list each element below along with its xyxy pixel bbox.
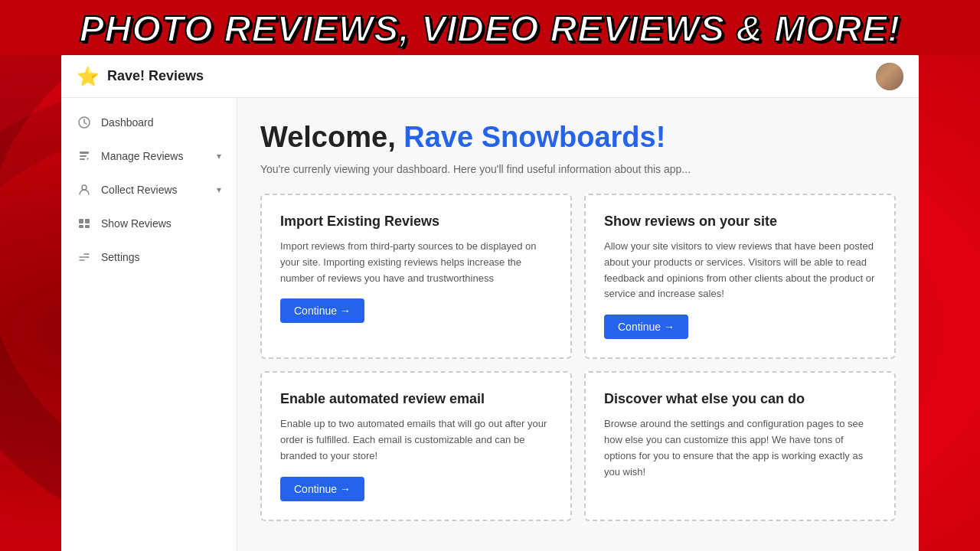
manage-reviews-icon (77, 148, 92, 164)
sidebar-show-reviews-label: Show Reviews (101, 217, 221, 230)
collect-reviews-icon (77, 182, 92, 197)
avatar-image (876, 63, 903, 90)
sidebar-item-manage-reviews[interactable]: Manage Reviews ▾ (61, 139, 237, 173)
card-show-on-site-description: Allow your site visitors to view reviews… (604, 239, 876, 302)
sidebar-item-settings[interactable]: Settings (61, 240, 237, 274)
svg-rect-3 (80, 158, 85, 160)
sidebar-manage-reviews-label: Manage Reviews (101, 150, 217, 162)
top-banner: PHOTO REVIEWS, VIDEO REVIEWS & MORE! (0, 0, 980, 55)
card-discover-more: Discover what else you can do Browse aro… (584, 371, 896, 520)
star-icon: ⭐ (77, 66, 100, 87)
card-show-on-site: Show reviews on your site Allow your sit… (584, 194, 896, 359)
manage-reviews-chevron-icon: ▾ (217, 151, 221, 161)
card-discover-more-description: Browse around the settings and configura… (604, 416, 876, 480)
svg-rect-7 (79, 225, 83, 228)
sidebar-item-collect-reviews[interactable]: Collect Reviews ▾ (61, 173, 237, 207)
dashboard-icon (77, 115, 92, 130)
svg-rect-1 (80, 152, 89, 154)
main-layout: Dashboard Manage Reviews ▾ (61, 98, 919, 551)
card-discover-more-title: Discover what else you can do (604, 391, 876, 407)
card-import-reviews-description: Import reviews from third-party sources … (280, 239, 552, 286)
card-show-on-site-button[interactable]: Continue → (604, 315, 688, 339)
welcome-subtitle: You're currenly viewing your dashboard. … (260, 163, 896, 175)
sidebar-dashboard-label: Dashboard (101, 116, 221, 129)
show-reviews-icon (77, 216, 92, 231)
cards-grid: Import Existing Reviews Import reviews f… (260, 194, 896, 521)
card-import-reviews-title: Import Existing Reviews (280, 214, 552, 230)
sidebar-item-show-reviews[interactable]: Show Reviews (61, 207, 237, 240)
card-automated-email-title: Enable automated review email (280, 391, 552, 407)
card-automated-email-button[interactable]: Continue → (280, 477, 364, 501)
settings-icon (77, 249, 92, 265)
user-avatar[interactable] (876, 63, 903, 90)
svg-rect-2 (80, 155, 87, 157)
welcome-prefix: Welcome, (260, 121, 403, 153)
app-container: ⭐ Rave! Reviews Dashboard (61, 55, 919, 551)
app-title: Rave! Reviews (107, 68, 204, 84)
welcome-store-name: Rave Snowboards! (403, 121, 665, 153)
svg-point-4 (82, 185, 87, 190)
banner-title: PHOTO REVIEWS, VIDEO REVIEWS & MORE! (80, 8, 901, 50)
sidebar: Dashboard Manage Reviews ▾ (61, 98, 237, 551)
card-import-reviews-button[interactable]: Continue → (280, 298, 364, 323)
app-header: ⭐ Rave! Reviews (61, 55, 919, 98)
svg-rect-5 (79, 219, 83, 223)
sidebar-settings-label: Settings (101, 251, 221, 263)
sidebar-collect-reviews-label: Collect Reviews (101, 184, 217, 196)
collect-reviews-chevron-icon: ▾ (217, 184, 221, 195)
welcome-heading: Welcome, Rave Snowboards! (260, 121, 896, 154)
content-area: Welcome, Rave Snowboards! You're currenl… (237, 98, 919, 551)
app-header-left: ⭐ Rave! Reviews (77, 66, 204, 87)
svg-rect-8 (85, 225, 90, 228)
sidebar-item-dashboard[interactable]: Dashboard (61, 106, 237, 139)
card-automated-email: Enable automated review email Enable up … (260, 371, 572, 520)
card-show-on-site-title: Show reviews on your site (604, 214, 876, 230)
card-import-reviews: Import Existing Reviews Import reviews f… (260, 194, 572, 359)
card-automated-email-description: Enable up to two automated emails that w… (280, 416, 552, 464)
svg-rect-6 (85, 219, 90, 223)
